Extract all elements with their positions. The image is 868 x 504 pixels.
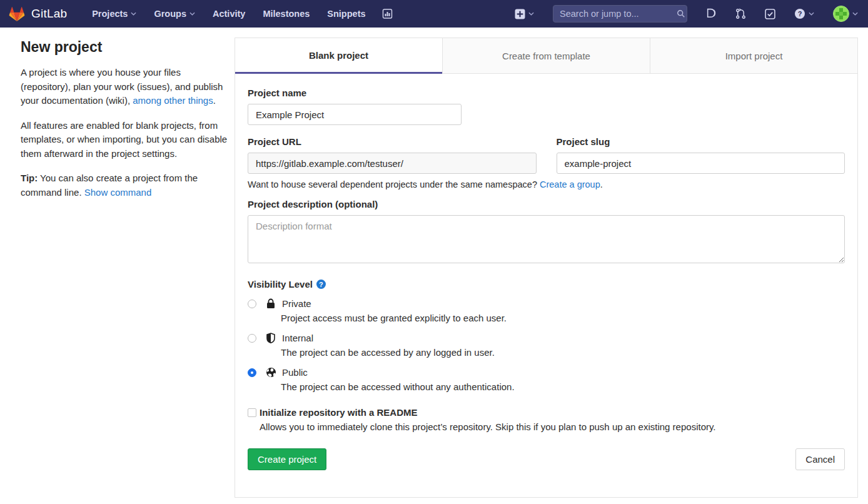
nav-snippets[interactable]: Snippets [320,5,373,23]
project-slug-label: Project slug [557,136,845,147]
form-actions: Create project Cancel [248,448,845,470]
cancel-button[interactable]: Cancel [795,448,845,470]
show-command-link[interactable]: Show command [84,187,152,198]
gitlab-logo[interactable]: GitLab [9,6,67,22]
analytics-chart-icon[interactable] [376,5,399,23]
tab-create-from-template[interactable]: Create from template [442,38,650,74]
top-navbar: GitLab Projects Groups Activity Mileston… [0,0,868,28]
project-description-textarea[interactable] [248,215,845,263]
help-icon: ? [794,8,805,19]
private-label: Private [282,298,311,309]
page-body: New project A project is where you house… [0,38,868,498]
chevron-down-icon [189,12,195,16]
new-project-panel: Blank project Create from template Impor… [235,38,858,498]
project-name-label: Project name [248,88,845,98]
create-a-group-link[interactable]: Create a group [540,179,600,189]
globe-icon [265,367,276,378]
chevron-down-icon [852,12,858,16]
public-label: Public [282,367,308,378]
readme-label: Initialize repository with a README [260,407,418,418]
search-icon [677,9,685,18]
new-menu-button[interactable] [508,5,540,23]
tip-paragraph: Tip: You can also create a project from … [21,171,229,199]
nav-milestones[interactable]: Milestones [255,5,317,23]
brand-name: GitLab [31,7,67,21]
chevron-down-icon [131,12,136,16]
project-name-input[interactable] [248,104,462,125]
tanuki-icon [9,6,25,22]
visibility-option-internal: Internal The project can be accessed by … [248,333,845,358]
main-menu: Projects Groups Activity Milestones Snip… [84,5,398,23]
svg-text:?: ? [798,10,802,18]
readme-description: Allows you to immediately clone this pro… [248,421,845,432]
tab-import-project[interactable]: Import project [650,38,857,74]
avatar [833,6,849,22]
blank-project-form: Project name Project URL Project slug Wa… [235,74,857,483]
readme-checkbox[interactable] [248,408,256,417]
intro-paragraph: A project is where you house your files … [21,66,229,108]
readme-option: Initialize repository with a README Allo… [248,407,845,432]
nav-projects[interactable]: Projects [84,5,144,23]
shield-icon [265,333,276,343]
public-description: The project can be accessed without any … [248,381,845,392]
create-project-button[interactable]: Create project [248,448,326,470]
nav-activity[interactable]: Activity [205,5,253,23]
page-title: New project [21,39,229,56]
visibility-option-public: Public The project can be accessed witho… [248,367,845,392]
namespace-hint: Want to house several dependent projects… [248,179,845,189]
private-description: Project access must be granted explicitl… [248,313,845,323]
user-menu-button[interactable] [827,2,858,26]
plus-square-icon [515,9,525,19]
project-type-tabs: Blank project Create from template Impor… [235,38,857,74]
tab-blank-project[interactable]: Blank project [235,38,442,74]
private-radio[interactable] [248,300,256,308]
nav-groups[interactable]: Groups [146,5,203,23]
visibility-option-private: Private Project access must be granted e… [248,298,845,323]
internal-radio[interactable] [248,334,256,343]
issues-icon[interactable] [700,4,723,23]
new-project-sidebar: New project A project is where you house… [21,38,229,210]
url-slug-row: Project URL Project slug [248,136,845,174]
help-menu-button[interactable]: ? [788,4,820,23]
project-slug-input[interactable] [557,153,845,174]
navbar-right: ? [508,2,858,26]
features-paragraph: All features are enabled for blank proje… [21,119,229,161]
internal-label: Internal [282,333,313,343]
search-input[interactable] [560,9,677,19]
chevron-down-icon [809,12,814,16]
public-radio[interactable] [248,368,256,377]
project-url-select[interactable] [248,153,537,174]
global-search[interactable] [553,5,687,23]
chevron-down-icon [528,12,534,16]
visibility-level-label: Visibility Level ? [248,279,845,290]
todos-icon[interactable] [759,5,782,23]
project-url-label: Project URL [248,136,537,147]
project-description-label: Project description (optional) [248,199,845,209]
among-other-things-link[interactable]: among other things [133,95,213,106]
merge-requests-icon[interactable] [729,4,752,23]
visibility-help-icon[interactable]: ? [316,280,326,289]
internal-description: The project can be accessed by any logge… [248,347,845,358]
lock-icon [265,298,276,309]
